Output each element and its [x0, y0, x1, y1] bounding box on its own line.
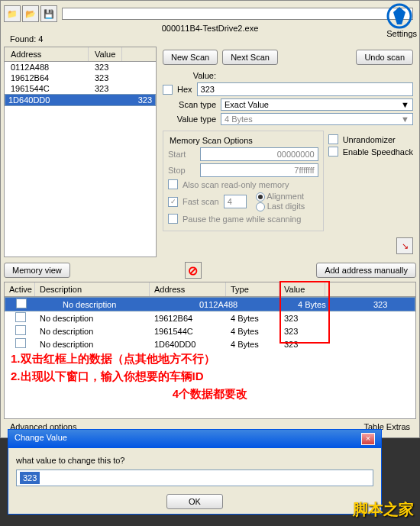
memory-view-button[interactable]: Memory view	[4, 263, 70, 278]
open2-icon[interactable]: 📂	[22, 5, 39, 22]
table-row[interactable]: No description0112A4884 Bytes323	[5, 297, 415, 311]
progress-bar	[62, 8, 413, 20]
col-addr2[interactable]: Address	[150, 282, 226, 296]
next-scan-button[interactable]: Next Scan	[222, 50, 278, 65]
lastdigits-radio[interactable]	[256, 202, 265, 211]
hex-checkbox[interactable]	[163, 85, 173, 95]
active-checkbox[interactable]	[15, 338, 26, 348]
app-logo[interactable]: Settings	[386, 3, 417, 38]
fastscan-checkbox[interactable]	[168, 197, 178, 207]
start-input[interactable]: 00000000	[200, 147, 318, 161]
found-count: Found: 4	[4, 33, 416, 45]
forbid-icon[interactable]: ⊘	[185, 262, 202, 279]
scan-type-select[interactable]: Exact Value▼	[221, 98, 413, 111]
result-row[interactable]: 19612B64323	[5, 73, 156, 83]
save-icon[interactable]: 💾	[40, 5, 57, 22]
result-row[interactable]: 1D640DD0323	[5, 94, 156, 106]
watermark: 脚本之家	[353, 499, 414, 520]
col-type[interactable]: Type	[226, 282, 279, 296]
active-checkbox[interactable]	[15, 312, 26, 322]
stop-input[interactable]: 7fffffff	[200, 163, 318, 177]
add-address-button[interactable]: Add address manually	[316, 263, 416, 278]
address-table: Active Description Address Type Value No…	[4, 282, 416, 419]
pause-checkbox[interactable]	[168, 214, 178, 224]
target-icon[interactable]: ↘	[396, 237, 413, 254]
chevron-down-icon: ▼	[401, 115, 409, 124]
result-row[interactable]: 0112A488323	[5, 62, 156, 73]
ok-button[interactable]: OK	[166, 494, 223, 509]
table-row[interactable]: No description1D640DD04 Bytes323	[5, 337, 415, 350]
value-input[interactable]: 323	[197, 82, 413, 96]
exe-title: 000011B4-TestDrive2.exe	[4, 24, 416, 33]
annotation-2: 2.出现以下窗口，输入你想要的车辆ID	[5, 368, 415, 386]
unrandomizer-checkbox[interactable]	[328, 134, 338, 144]
fastscan-input[interactable]: 4	[224, 195, 247, 208]
speedhack-checkbox[interactable]	[328, 147, 338, 157]
result-row[interactable]: 1961544C323	[5, 83, 156, 94]
annotation-3: 4个数据都要改	[5, 386, 415, 403]
col-address[interactable]: Address	[5, 47, 89, 61]
change-value-input[interactable]: 323	[16, 470, 373, 486]
readonly-checkbox[interactable]	[168, 179, 178, 189]
dialog-title: Change Value	[15, 433, 67, 445]
close-icon[interactable]: ×	[361, 433, 375, 445]
dialog-prompt: what value to change this to?	[16, 456, 373, 465]
annotation-1: 1.双击红框上的数据（点其他地方不行）	[5, 350, 415, 368]
alignment-radio[interactable]	[256, 192, 265, 202]
table-row[interactable]: No description1961544C4 Bytes323	[5, 324, 415, 337]
results-list: Address Value 0112A48832319612B643231961…	[4, 47, 157, 257]
change-value-dialog: Change Value × what value to change this…	[8, 429, 382, 515]
col-val2[interactable]: Value	[279, 282, 325, 296]
col-active[interactable]: Active	[5, 282, 35, 296]
active-checkbox[interactable]	[15, 325, 26, 335]
open-icon[interactable]: 📁	[4, 5, 21, 22]
active-checkbox[interactable]	[16, 298, 27, 308]
new-scan-button[interactable]: New Scan	[163, 50, 218, 65]
table-row[interactable]: No description19612B644 Bytes323	[5, 311, 415, 324]
value-type-select[interactable]: 4 Bytes▼	[221, 113, 413, 125]
chevron-down-icon: ▼	[401, 100, 409, 109]
col-desc[interactable]: Description	[35, 282, 150, 296]
col-value[interactable]: Value	[89, 47, 122, 61]
undo-scan-button[interactable]: Undo scan	[356, 50, 413, 65]
